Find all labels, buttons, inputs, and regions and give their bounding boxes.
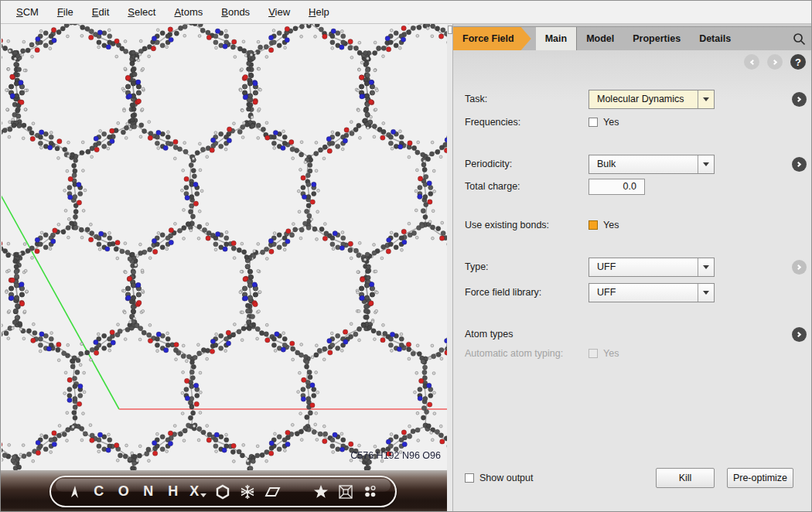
- nav-row: ?: [744, 54, 806, 70]
- element-o-button[interactable]: O: [114, 480, 134, 503]
- atom-types-detail-button[interactable]: [792, 327, 807, 342]
- chevron-right-icon: [796, 264, 801, 269]
- element-o-label: O: [118, 483, 130, 500]
- element-x-label: X: [189, 483, 200, 500]
- panel-splitter[interactable]: [447, 24, 453, 512]
- periodicity-label: Periodicity:: [465, 159, 589, 169]
- snowflake-icon[interactable]: [237, 480, 258, 503]
- row-atom-types: Atom types: [465, 324, 807, 344]
- cell-icon[interactable]: [336, 480, 356, 503]
- row-total-charge: Total charge:: [465, 176, 807, 196]
- row-task: Task: Molecular Dynamics: [465, 89, 807, 109]
- app-window: SCM File Edit Select Atoms Bonds View He…: [0, 0, 812, 512]
- settings-panel: Force Field Main Model Properties Detail…: [447, 24, 812, 512]
- use-existing-bonds-checkbox-label: Yes: [603, 220, 619, 230]
- molecule-viewer[interactable]: C576 H192 N96 O96: [2, 24, 447, 470]
- menu-edit[interactable]: Edit: [84, 3, 117, 21]
- nav-forward-button[interactable]: [767, 54, 783, 70]
- dropdown-arrow-icon[interactable]: [698, 284, 714, 302]
- dropdown-arrow-icon[interactable]: [698, 155, 714, 173]
- chevron-right-icon: [796, 96, 801, 101]
- tab-main[interactable]: Main: [536, 27, 576, 50]
- dropdown-arrow-icon[interactable]: [698, 258, 714, 276]
- force-field-library-label: Force field library:: [465, 287, 589, 298]
- element-c-button[interactable]: C: [89, 480, 109, 503]
- star-icon[interactable]: [311, 480, 331, 503]
- panel-body: Force Field Main Model Properties Detail…: [453, 24, 812, 512]
- kill-button[interactable]: Kill: [656, 468, 715, 488]
- row-force-field-library: Force field library: UFF: [465, 282, 807, 302]
- periodicity-detail-button[interactable]: [792, 157, 807, 172]
- chevron-right-icon: [796, 161, 801, 166]
- module-tab-force-field[interactable]: Force Field: [453, 27, 531, 50]
- force-field-library-dropdown[interactable]: UFF: [589, 283, 715, 302]
- type-value: UFF: [589, 258, 698, 276]
- periodicity-value: Bulk: [589, 155, 698, 173]
- preoptimize-button[interactable]: Pre-optimize: [727, 468, 793, 488]
- type-dropdown[interactable]: UFF: [589, 258, 715, 277]
- chevron-right-icon: [771, 59, 776, 64]
- row-use-existing-bonds: Use existing bonds: Yes: [465, 215, 807, 235]
- tab-properties[interactable]: Properties: [623, 27, 690, 50]
- menubar: SCM File Edit Select Atoms Bonds View He…: [1, 1, 811, 24]
- help-button[interactable]: ?: [790, 54, 806, 70]
- automatic-atom-typing-checkbox-label: Yes: [603, 348, 619, 359]
- type-label: Type:: [465, 261, 589, 272]
- dropdown-arrow-icon[interactable]: [698, 90, 714, 108]
- menu-atoms[interactable]: Atoms: [166, 3, 210, 21]
- use-existing-bonds-checkbox[interactable]: [589, 220, 598, 230]
- splitter-grip[interactable]: [448, 26, 452, 34]
- element-n-button[interactable]: N: [138, 480, 159, 503]
- menu-file[interactable]: File: [49, 3, 81, 21]
- chevron-right-icon: [796, 331, 801, 336]
- frequencies-checkbox[interactable]: [589, 118, 598, 127]
- chevron-left-icon: [749, 59, 755, 64]
- row-type: Type: UFF: [465, 257, 807, 277]
- task-dropdown[interactable]: Molecular Dynamics: [589, 90, 715, 109]
- use-existing-bonds-label: Use existing bonds:: [465, 220, 589, 230]
- task-detail-button[interactable]: [792, 92, 807, 107]
- atom-types-label: Atom types: [465, 329, 513, 340]
- molecule-canvas[interactable]: [2, 24, 447, 470]
- ring-icon[interactable]: [213, 480, 233, 503]
- row-automatic-atom-typing: Automatic atom typing: Yes: [465, 343, 807, 364]
- viewer-toolbar: C O N H X: [49, 476, 397, 507]
- frequencies-checkbox-label: Yes: [603, 117, 619, 128]
- tab-model[interactable]: Model: [576, 27, 623, 50]
- element-x-picker-button[interactable]: X: [188, 480, 208, 503]
- element-c-label: C: [94, 483, 104, 500]
- automatic-atom-typing-label: Automatic atom typing:: [465, 348, 589, 359]
- task-value: Molecular Dynamics: [589, 90, 698, 108]
- force-field-library-value: UFF: [589, 284, 698, 302]
- periodicity-dropdown[interactable]: Bulk: [589, 155, 715, 174]
- menu-select[interactable]: Select: [120, 3, 163, 21]
- pointer-icon[interactable]: [64, 480, 84, 503]
- plane-icon[interactable]: [262, 480, 282, 503]
- total-charge-input[interactable]: [589, 179, 645, 195]
- type-detail-button[interactable]: [792, 260, 807, 275]
- element-h-button[interactable]: H: [163, 480, 183, 503]
- show-output-checkbox[interactable]: [465, 473, 474, 483]
- menu-scm[interactable]: SCM: [9, 3, 46, 21]
- tabbar: Force Field Main Model Properties Detail…: [453, 26, 812, 50]
- panel-footer: Show output Kill Pre-optimize: [465, 468, 807, 488]
- menu-bonds[interactable]: Bonds: [213, 3, 258, 21]
- help-icon: ?: [795, 57, 801, 67]
- show-output-label: Show output: [479, 473, 534, 483]
- menu-view[interactable]: View: [261, 3, 298, 21]
- toolbar-band: C O N H X: [1, 470, 447, 512]
- frequencies-label: Frequencies:: [465, 117, 589, 128]
- search-icon[interactable]: [793, 27, 812, 50]
- row-frequencies: Frequencies: Yes: [465, 112, 807, 132]
- tab-details[interactable]: Details: [690, 27, 740, 50]
- row-periodicity: Periodicity: Bulk: [465, 154, 807, 174]
- task-label: Task:: [465, 94, 589, 104]
- menu-help[interactable]: Help: [301, 3, 337, 21]
- formula-label: C576 H192 N96 O96: [350, 450, 441, 461]
- element-h-label: H: [168, 483, 179, 500]
- nav-back-button[interactable]: [744, 54, 759, 70]
- automatic-atom-typing-checkbox[interactable]: [589, 349, 598, 358]
- molecules-icon[interactable]: [360, 480, 380, 503]
- element-n-label: N: [143, 483, 154, 500]
- total-charge-label: Total charge:: [465, 181, 589, 192]
